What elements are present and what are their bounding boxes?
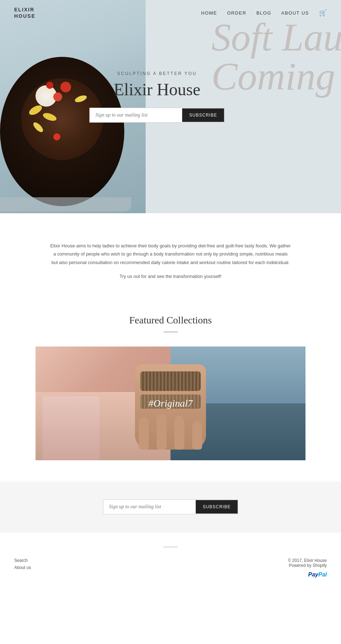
- footer-link-about[interactable]: About us: [14, 565, 31, 570]
- featured-title: Featured Collections: [0, 315, 341, 326]
- footer-powered: Powered by Shopify: [288, 563, 327, 568]
- hero-content: SCULPTING A BETTER YOU Elixir House SUBS…: [90, 71, 224, 123]
- footer-email-input[interactable]: [103, 500, 196, 514]
- site-header: ELIXIR HOUSE HOME ORDER BLOG ABOUT US 🛒: [0, 0, 341, 26]
- footer-link-search[interactable]: Search: [14, 558, 31, 563]
- footer-divider: [163, 547, 178, 547]
- nav-blog[interactable]: BLOG: [256, 10, 271, 16]
- hero-subscribe-form: SUBSCRIBE: [90, 108, 224, 123]
- featured-image[interactable]: #Original7: [36, 347, 305, 460]
- footer-copyright: © 2017, Elixir House: [288, 558, 327, 563]
- footer-subscribe-section: SUBSCRIBE: [0, 482, 341, 532]
- footer-bottom: Search About us © 2017, Elixir House Pow…: [14, 558, 327, 578]
- footer-subscribe-form: SUBSCRIBE: [103, 499, 238, 514]
- nav-about[interactable]: ABOUT US: [281, 10, 309, 16]
- about-tagline: Try us out for and see the transformatio…: [43, 274, 298, 279]
- main-nav: HOME ORDER BLOG ABOUT US 🛒: [201, 9, 327, 17]
- hero-subtitle: SCULPTING A BETTER YOU: [90, 71, 224, 76]
- nav-home[interactable]: HOME: [201, 10, 217, 16]
- nav-order[interactable]: ORDER: [227, 10, 246, 16]
- featured-section: Featured Collections: [0, 300, 341, 482]
- hero-email-input[interactable]: [90, 108, 182, 122]
- site-footer: Search About us © 2017, Elixir House Pow…: [0, 532, 341, 589]
- hero-subscribe-button[interactable]: SUBSCRIBE: [182, 108, 224, 122]
- footer-subscribe-button[interactable]: SUBSCRIBE: [196, 500, 238, 514]
- footer-right: © 2017, Elixir House Powered by Shopify …: [288, 558, 327, 578]
- footer-links: Search About us: [14, 558, 31, 570]
- about-section: Elixir House aims to help ladies to achi…: [0, 213, 341, 300]
- hero-watermark: Soft Laun Coming: [211, 18, 341, 96]
- paypal-logo: PayPal: [288, 571, 327, 578]
- about-description: Elixir House aims to help ladies to achi…: [50, 242, 291, 267]
- cart-icon[interactable]: 🛒: [319, 9, 327, 17]
- site-logo[interactable]: ELIXIR HOUSE: [14, 6, 36, 19]
- hero-section: Soft Laun Coming SCULPTING A BETTER YOU …: [0, 0, 341, 213]
- featured-divider: [163, 332, 178, 332]
- hero-title: Elixir House: [90, 80, 224, 99]
- featured-collection-label[interactable]: #Original7: [148, 398, 193, 409]
